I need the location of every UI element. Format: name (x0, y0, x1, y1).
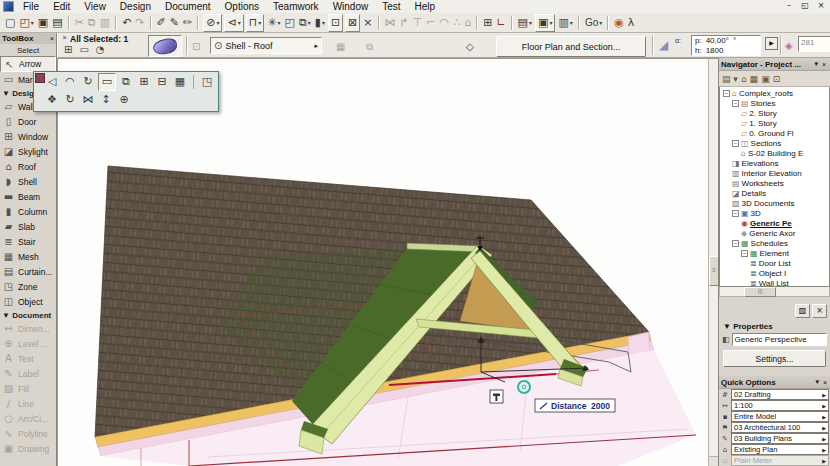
select-area-icon[interactable]: ⊡ (328, 14, 343, 32)
menu-edit[interactable]: Edit (46, 1, 77, 12)
mirror-free-icon[interactable]: ⋈ (80, 92, 96, 108)
menu-test[interactable]: Test (375, 1, 407, 12)
tree-item-0-ground-fl[interactable]: ▱0. Ground Fl (720, 128, 829, 138)
shell-settings-button[interactable] (148, 35, 182, 57)
open-icon-dropdown[interactable]: ▾ (31, 19, 34, 26)
toolbox-item-fill[interactable]: ▨Fill (0, 381, 56, 396)
rotate-edge-icon[interactable]: ↻ (80, 74, 96, 90)
pitch-fields[interactable]: p:40,00°° h:1800 (691, 35, 761, 56)
expand-toggle[interactable]: − (732, 100, 739, 107)
toolbox-section-document[interactable]: ▼ Document (0, 309, 56, 321)
renovation-filter-select[interactable]: Existing Plan▶ (731, 444, 829, 455)
fly-through-icon-dropdown[interactable]: ▾ (570, 19, 573, 26)
toolbox-section-select[interactable]: Select (0, 44, 56, 56)
offset-all-edges-icon[interactable]: ⧉ (118, 74, 134, 90)
height-value[interactable]: 1800 (706, 46, 724, 56)
print-icon[interactable]: ▤ (51, 15, 63, 31)
navigator-horizontal-scrollbar[interactable]: ||| (719, 287, 830, 297)
walk-mode-icon[interactable]: λ (627, 15, 636, 31)
multiply-free-icon[interactable]: ⊕ (116, 92, 132, 108)
minimize-button[interactable]: – (783, 0, 795, 12)
close-button[interactable]: × (815, 0, 827, 12)
toolbox-item-arcci[interactable]: ○Arc/Ci... (0, 411, 56, 426)
new-layout-icon-dropdown[interactable]: ▾ (529, 19, 532, 26)
toolbox-item-text[interactable]: AText (0, 351, 56, 366)
navigator-close-icon[interactable]: × (820, 61, 828, 68)
tree-item-sections[interactable]: −◫Sections (720, 138, 829, 148)
menu-options[interactable]: Options (218, 1, 266, 12)
3d-window-icon-dropdown[interactable]: ▾ (549, 19, 552, 26)
toolbox-item-skylight[interactable]: ◪Skylight (0, 144, 56, 159)
toolbox-item-level[interactable]: ⊕Level ... (0, 336, 56, 351)
selection-visibility-icon-dropdown[interactable]: ▾ (216, 19, 219, 26)
wall-pen-icon[interactable]: ✏ (182, 15, 193, 31)
model-view-options-select[interactable]: 03 Building Plans▶ (731, 433, 829, 444)
toolbox-item-beam[interactable]: ▬Beam (0, 189, 56, 204)
toolbox-item-door[interactable]: ▯Door (0, 114, 56, 129)
collapse-arrow-icon[interactable]: ▼ (723, 322, 731, 331)
plane-cut-icon-dropdown[interactable]: ▾ (238, 19, 241, 26)
new-icon[interactable]: ▢ (4, 15, 16, 31)
quick-options-titlebar[interactable]: Quick Options ▾ × (719, 376, 830, 389)
grid-snap-icon[interactable]: ⊠ (345, 14, 360, 32)
element-visibility-dropdown[interactable]: ⊙ Shell - Roof ▸ (210, 37, 322, 54)
view-map-icon[interactable]: ▦ (750, 74, 759, 84)
tree-item-3d-documents[interactable]: ▧3D Documents (720, 198, 829, 208)
expand-toggle[interactable]: − (732, 140, 739, 147)
open-icon[interactable]: ◰▾ (18, 15, 34, 31)
pickup-parameters-icon[interactable]: ✐ (156, 15, 167, 31)
3d-cutaway-icon-dropdown[interactable]: ▾ (258, 19, 261, 26)
toolbox-item-zone[interactable]: ◳Zone (0, 279, 56, 294)
menu-document[interactable]: Document (158, 1, 218, 12)
toolbox-item-object[interactable]: ◫Object (0, 294, 56, 309)
expand-toggle[interactable]: − (723, 90, 730, 97)
toolbox-item-roof[interactable]: ⌂Roof (0, 159, 56, 174)
menu-design[interactable]: Design (113, 1, 158, 12)
publisher-icon[interactable]: ⊡ (773, 74, 781, 84)
new-layout-icon[interactable]: ▤▾ (517, 15, 533, 31)
tree-item-s-02-building-e[interactable]: ⌂S-02 Building E (720, 148, 829, 158)
layers-icon[interactable]: ⧉▾ (298, 15, 312, 31)
pitch-flyout-button[interactable]: ▶ (765, 37, 778, 50)
palette-dock-button[interactable]: ▨ (795, 304, 810, 318)
shell-geometry-icon[interactable]: ◇ (466, 41, 474, 52)
tree-item-generic-axor[interactable]: ◈Generic Axor (720, 228, 829, 238)
toolbox-item-curtain[interactable]: ▤Curtain... (0, 264, 56, 279)
layers-icon-dropdown[interactable]: ▾ (308, 19, 311, 26)
toolbox-close-icon[interactable]: × (50, 35, 54, 42)
quick-options-collapse-icon[interactable]: ▾ (813, 378, 821, 386)
settings-button[interactable]: Settings... (723, 350, 826, 367)
construction-method-icon[interactable]: ▭ (79, 44, 88, 55)
scrollbar-thumb[interactable]: ||| (744, 287, 776, 297)
tree-item-3d[interactable]: −▣3D (720, 208, 829, 218)
pitch-value[interactable]: 40,00° (706, 36, 729, 46)
scale-select[interactable]: 1:100▶ (731, 400, 829, 411)
menu-help[interactable]: Help (408, 1, 443, 12)
tree-item-interior-elevation[interactable]: ▥Interior Elevation (720, 168, 829, 178)
tree-item-stories[interactable]: −▤Stories (720, 98, 829, 108)
toolbox-item-dimen[interactable]: ↔Dimen... (0, 321, 56, 336)
view-name-field[interactable]: Generic Perspective (732, 333, 827, 346)
trace-reference-icon[interactable]: ∟ (495, 15, 506, 31)
close-properties-button[interactable]: × (812, 304, 827, 318)
toolbox-item-stair[interactable]: ≣Stair (0, 234, 56, 249)
toolbox-item-mesh[interactable]: ▦Mesh (0, 249, 56, 264)
toolbox-item-line[interactable]: ∕Line (0, 396, 56, 411)
tree-item-complex-roofs[interactable]: −⌂Complex_roofs (720, 88, 829, 98)
undo-icon[interactable]: ↶ (121, 15, 132, 31)
tree-item-door-list[interactable]: ≣Door List (720, 258, 829, 268)
menu-view[interactable]: View (77, 1, 113, 12)
expand-toggle[interactable]: − (741, 250, 748, 257)
structure-display-select[interactable]: Entire Model▶ (731, 411, 829, 422)
floor-plan-and-section-button[interactable]: Floor Plan and Section... (496, 36, 646, 57)
elevate-icon[interactable]: ↕ (98, 92, 114, 108)
quick-options-close-icon[interactable]: × (821, 379, 829, 386)
3d-viewport[interactable]: Distance 2000 ≡ (57, 58, 718, 466)
toolbox-item-shell[interactable]: ◗Shell (0, 174, 56, 189)
plane-cut-icon[interactable]: ⊲▾ (224, 14, 243, 32)
menu-teamwork[interactable]: Teamwork (266, 1, 326, 12)
close-view-icon[interactable]: × (362, 15, 373, 31)
move-node-icon[interactable]: ◁ (44, 74, 60, 90)
stretch-icon[interactable]: ▦ (172, 74, 188, 90)
tree-item-wall-list[interactable]: ≣Wall List (720, 278, 829, 287)
